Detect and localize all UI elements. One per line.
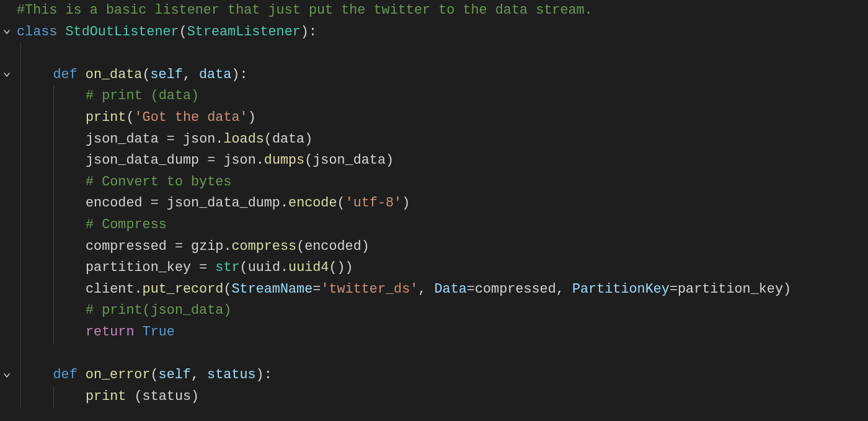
code-token: Data xyxy=(435,281,467,297)
code-token: (status) xyxy=(126,389,199,404)
code-token: ): xyxy=(301,24,317,40)
code-token: (data) xyxy=(264,131,312,147)
code-token: # print(json_data) xyxy=(86,303,231,318)
code-line[interactable]: return True xyxy=(17,322,868,343)
code-token: #This is a basic listener that just put … xyxy=(17,2,593,18)
indent-guide xyxy=(53,150,54,172)
code-token: json_data_dump. xyxy=(159,195,288,211)
indent-guide xyxy=(20,365,21,386)
indent-guide xyxy=(53,300,54,322)
indent-guide xyxy=(53,322,54,343)
code-token xyxy=(57,24,65,40)
code-line[interactable]: json_data = json.loads(data) xyxy=(17,129,868,151)
code-token: json_data xyxy=(86,131,167,147)
code-token: print xyxy=(86,389,126,404)
chevron-down-icon[interactable] xyxy=(2,27,12,37)
code-token: PartitionKey xyxy=(572,281,670,297)
code-editor[interactable]: #This is a basic listener that just put … xyxy=(17,0,868,421)
code-line[interactable]: # print(json_data) xyxy=(17,300,868,322)
indent-guide xyxy=(53,193,54,215)
indent-guide xyxy=(20,107,21,129)
code-line[interactable]: partition_key = str(uuid.uuid4()) xyxy=(17,257,868,279)
code-line[interactable]: def on_data(self, data): xyxy=(17,64,868,86)
code-token: # Compress xyxy=(86,217,167,233)
indent-guide xyxy=(20,343,21,365)
code-line[interactable]: print('Got the data') xyxy=(17,107,868,129)
code-token: 'Got the data' xyxy=(135,110,248,125)
code-token: , xyxy=(418,281,434,297)
code-token: def xyxy=(53,67,78,82)
code-line[interactable] xyxy=(17,43,868,64)
indent-guide xyxy=(20,257,21,279)
code-token: # Convert to bytes xyxy=(86,174,231,190)
code-line[interactable]: encoded = json_data_dump.encode('utf-8') xyxy=(17,193,868,215)
code-token: encoded xyxy=(86,195,151,211)
code-line[interactable] xyxy=(17,343,868,365)
code-token: data xyxy=(199,67,231,82)
fold-gutter xyxy=(0,0,17,421)
indent-guide xyxy=(53,215,54,236)
indent-guide xyxy=(53,236,54,258)
code-token: self xyxy=(159,367,191,383)
code-token: compressed xyxy=(86,239,175,254)
chevron-down-icon[interactable] xyxy=(2,70,12,80)
indent-guide xyxy=(20,64,21,86)
code-token: 'twitter_ds' xyxy=(321,281,418,297)
indent-guide xyxy=(53,86,54,107)
code-token: self xyxy=(151,67,183,82)
code-line[interactable]: json_data_dump = json.dumps(json_data) xyxy=(17,150,868,172)
code-token: encode xyxy=(288,195,337,211)
code-token: True xyxy=(143,324,175,340)
indent-guide xyxy=(20,236,21,258)
code-line[interactable]: # Compress xyxy=(17,215,868,236)
code-token xyxy=(207,260,215,275)
code-token: StreamName xyxy=(231,281,312,297)
code-token: ( xyxy=(151,367,159,383)
code-token xyxy=(78,367,86,383)
code-line[interactable]: #This is a basic listener that just put … xyxy=(17,0,868,22)
code-line[interactable]: class StdOutListener(StreamListener): xyxy=(17,22,868,43)
indent-guide xyxy=(20,193,21,215)
code-token: compress xyxy=(231,239,296,254)
code-token: def xyxy=(53,367,78,383)
code-token: on_error xyxy=(86,367,151,383)
code-token: ) xyxy=(402,195,410,211)
indent-guide xyxy=(20,129,21,151)
code-token xyxy=(134,324,142,340)
code-line[interactable]: client.put_record(StreamName='twitter_ds… xyxy=(17,279,868,301)
code-token: StdOutListener xyxy=(66,24,179,40)
code-token: ( xyxy=(126,110,134,125)
code-line[interactable]: # print (data) xyxy=(17,86,868,107)
code-token: json. xyxy=(175,131,223,147)
indent-guide xyxy=(20,86,21,107)
code-token: ()) xyxy=(329,260,353,275)
indent-guide xyxy=(20,300,21,322)
code-token: (json_data) xyxy=(304,153,394,168)
code-token: ( xyxy=(337,195,345,211)
chevron-down-icon[interactable] xyxy=(2,371,12,381)
code-token: uuid4 xyxy=(288,260,329,275)
indent-guide xyxy=(20,172,21,193)
code-token: (uuid. xyxy=(240,260,288,275)
code-token: (encoded) xyxy=(296,239,370,254)
code-token: return xyxy=(86,324,134,340)
code-token: print xyxy=(86,110,126,125)
code-token: class xyxy=(17,24,57,40)
code-line[interactable]: print (status) xyxy=(17,386,868,408)
indent-guide xyxy=(53,129,54,151)
code-token: ): xyxy=(231,67,247,82)
code-token: = xyxy=(167,131,175,147)
code-token: = xyxy=(199,260,207,275)
code-token: compressed, xyxy=(475,281,572,297)
code-token: 'utf-8' xyxy=(345,195,402,211)
indent-guide xyxy=(20,43,21,64)
indent-guide xyxy=(20,150,21,172)
code-token: partition_key) xyxy=(678,281,791,297)
code-line[interactable]: # Convert to bytes xyxy=(17,172,868,193)
code-token: = xyxy=(312,281,321,297)
code-token: , xyxy=(191,367,207,383)
code-line[interactable]: compressed = gzip.compress(encoded) xyxy=(17,236,868,258)
code-token: ( xyxy=(179,24,187,40)
indent-guide xyxy=(53,107,54,129)
code-line[interactable]: def on_error(self, status): xyxy=(17,365,868,386)
